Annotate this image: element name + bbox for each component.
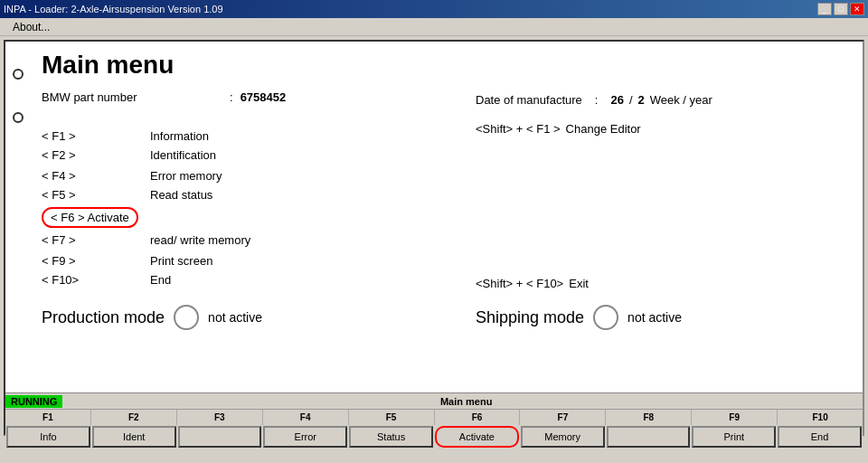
f1-label: Information xyxy=(150,129,209,143)
title-bar-buttons[interactable]: _ □ ✕ xyxy=(817,3,864,15)
f7-entry[interactable]: < F7 > read/ write memory xyxy=(42,233,476,247)
f4-key: < F4 > xyxy=(42,169,150,183)
f9-label: Print screen xyxy=(150,254,212,268)
shift-f10-label: <Shift> + < F10> xyxy=(476,277,563,290)
production-mode-group: Production mode not active xyxy=(42,305,476,330)
date-day: 26 xyxy=(610,93,623,107)
f6-key: < F6 > xyxy=(51,211,87,224)
status-top-row: RUNNING Main menu xyxy=(5,392,863,409)
fn-btn-error[interactable]: Error xyxy=(263,426,347,448)
shift-f10-action: Exit xyxy=(569,277,589,290)
f5-entry[interactable]: < F5 > Read status xyxy=(42,188,476,202)
f2-key: < F2 > xyxy=(42,148,150,162)
f4-label: Error memory xyxy=(150,169,222,183)
fn-key-f2: F2 xyxy=(91,410,177,425)
shipping-mode-circle xyxy=(593,305,618,330)
f2-label: Identification xyxy=(150,148,216,162)
right-menu: <Shift> + < F1 > Change Editor <Shift> +… xyxy=(476,122,844,296)
production-mode-status: not active xyxy=(208,310,262,325)
bmw-part-label: BMW part number xyxy=(42,90,222,104)
shift-f1-label: <Shift> + < F1 > xyxy=(476,122,561,136)
fn-btn-memory[interactable]: Memory xyxy=(521,426,605,448)
modes-row: Production mode not active Shipping mode… xyxy=(42,305,844,330)
fn-key-f4: F4 xyxy=(263,410,349,425)
shift-f10-entry: <Shift> + < F10> Exit xyxy=(476,277,844,290)
date-unit: Week / year xyxy=(650,93,712,107)
f9-key: < F9 > xyxy=(42,254,150,268)
title-bar: INPA - Loader: 2-Axle-Airsuspension Vers… xyxy=(0,0,868,18)
f5-key: < F5 > xyxy=(42,188,150,202)
shipping-mode-label: Shipping mode xyxy=(476,308,584,327)
minimize-button[interactable]: _ xyxy=(817,3,832,15)
f7-label: read/ write memory xyxy=(150,233,250,247)
fn-btn-end[interactable]: End xyxy=(778,426,862,448)
fn-keys-row: F1 F2 F3 F4 F5 F6 F7 F8 F9 F10 xyxy=(5,409,863,425)
fn-key-f1: F1 xyxy=(5,410,91,425)
fn-btn-activate[interactable]: Activate xyxy=(435,426,519,448)
fn-btn-f8[interactable] xyxy=(607,426,691,448)
menu-bar: About... xyxy=(0,18,868,36)
left-menu: < F1 > Information < F2 > Identification… xyxy=(42,129,476,296)
f6-entry[interactable]: < F6 > Activate xyxy=(42,207,476,228)
fn-btn-ident[interactable]: Ident xyxy=(92,426,176,448)
date-week: 2 xyxy=(638,93,645,107)
radio-top[interactable] xyxy=(13,69,27,82)
f6-label: Activate xyxy=(87,211,128,224)
f1-key: < F1 > xyxy=(42,129,150,143)
date-label: Date of manufacture xyxy=(476,93,582,107)
f2-entry[interactable]: < F2 > Identification xyxy=(42,148,476,162)
close-button[interactable]: ✕ xyxy=(850,3,864,15)
f10-label: End xyxy=(150,273,171,287)
shipping-mode-status: not active xyxy=(627,310,682,325)
f10-key: < F10> xyxy=(42,273,150,287)
fn-key-f10: F10 xyxy=(778,410,863,425)
f1-entry[interactable]: < F1 > Information xyxy=(42,129,476,143)
fn-btn-f3[interactable] xyxy=(178,426,262,448)
production-mode-label: Production mode xyxy=(42,308,165,327)
about-menu[interactable]: About... xyxy=(5,19,57,35)
production-mode-circle xyxy=(174,305,199,330)
f9-entry[interactable]: < F9 > Print screen xyxy=(42,254,476,268)
running-badge: RUNNING xyxy=(5,395,62,408)
f6-activate-highlight: < F6 > Activate xyxy=(42,207,138,228)
f7-key: < F7 > xyxy=(42,233,150,247)
fn-key-f5: F5 xyxy=(349,410,435,425)
fn-key-f9: F9 xyxy=(692,410,778,425)
shift-f1-entry: <Shift> + < F1 > Change Editor xyxy=(476,122,844,136)
f10-entry[interactable]: < F10> End xyxy=(42,273,476,287)
fn-key-f6: F6 xyxy=(435,410,521,425)
page-title: Main menu xyxy=(42,51,844,80)
fn-buttons-row[interactable]: Info Ident Error Status Activate Memory … xyxy=(5,425,863,449)
fn-key-f7: F7 xyxy=(520,410,606,425)
shipping-mode-group: Shipping mode not active xyxy=(476,305,682,330)
f4-entry[interactable]: < F4 > Error memory xyxy=(42,169,476,183)
bmw-part-value: 6758452 xyxy=(241,90,287,104)
status-center-label: Main menu xyxy=(70,396,863,407)
radio-top2[interactable] xyxy=(13,112,27,126)
fn-key-f3: F3 xyxy=(177,410,263,425)
maximize-button[interactable]: □ xyxy=(834,3,848,15)
fn-btn-print[interactable]: Print xyxy=(692,426,776,448)
fn-btn-status[interactable]: Status xyxy=(349,426,433,448)
f5-label: Read status xyxy=(150,188,212,202)
fn-btn-info[interactable]: Info xyxy=(6,426,90,448)
shift-f1-action: Change Editor xyxy=(566,122,641,136)
title-text: INPA - Loader: 2-Axle-Airsuspension Vers… xyxy=(4,4,223,14)
fn-key-f8: F8 xyxy=(606,410,692,425)
status-bar: RUNNING Main menu F1 F2 F3 F4 F5 F6 F7 F… xyxy=(5,392,863,434)
main-content: Main menu BMW part number : 6758452 Date… xyxy=(4,40,864,436)
